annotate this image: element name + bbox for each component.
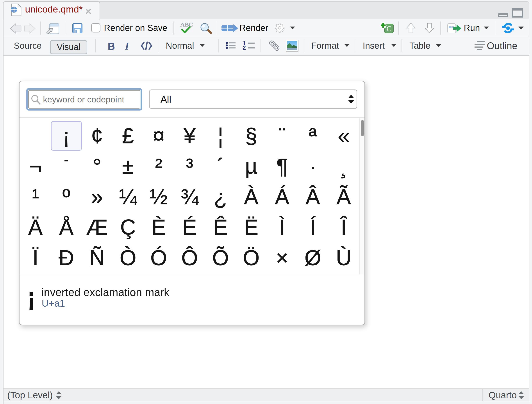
svg-text:2: 2 bbox=[242, 44, 246, 51]
